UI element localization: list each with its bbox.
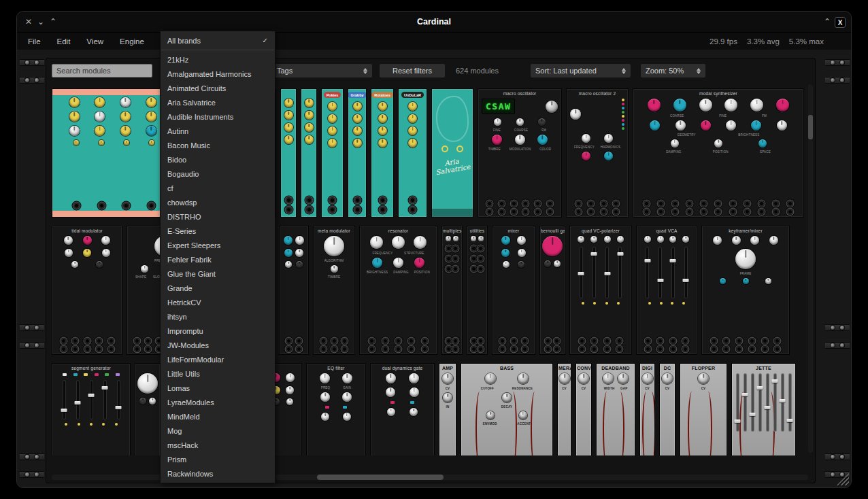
dropdown-item-lifeformmodular[interactable]: LifeFormModular bbox=[161, 352, 275, 366]
dropdown-item-cf[interactable]: cf bbox=[161, 181, 275, 195]
chip bbox=[63, 373, 67, 376]
vertical-scrollbar-thumb[interactable] bbox=[808, 115, 813, 139]
knob-row bbox=[578, 373, 590, 384]
module-digi[interactable]: DIGICV bbox=[639, 363, 655, 455]
dropdown-item-bogaudio[interactable]: Bogaudio bbox=[161, 167, 275, 181]
dropdown-item-aria-salvatrice[interactable]: Aria Salvatrice bbox=[161, 95, 275, 109]
module-macro-oscillator[interactable]: macro oscillatorCSAWFINECOARSEFMTIMBREMO… bbox=[478, 88, 562, 218]
module-bernoulli-gate[interactable]: bernoulli gate bbox=[539, 226, 565, 355]
dropdown-item-audible-instruments[interactable]: Audible Instruments bbox=[161, 109, 275, 124]
menu-item-view[interactable]: View bbox=[86, 37, 103, 46]
module-keyframer-mixer[interactable]: keyframer/mixerFRAME bbox=[701, 226, 790, 355]
knob bbox=[515, 135, 525, 145]
module-multiples[interactable]: multiples bbox=[441, 226, 463, 355]
dropdown-item-expert-sleepers[interactable]: Expert Sleepers bbox=[161, 238, 275, 252]
module-eq-filter[interactable]: EQ filterFREQGAIN bbox=[306, 363, 366, 455]
module-resonator[interactable]: resonatorFREQUENCYSTRUCTUREBRIGHTNESSDAM… bbox=[359, 226, 437, 355]
module-undular[interactable]: UnDuLaR bbox=[398, 88, 427, 218]
module-deadband[interactable]: DEADBANDWIDTHGAP bbox=[596, 363, 635, 455]
module-title: segment generator bbox=[52, 364, 130, 371]
knob bbox=[284, 99, 293, 107]
module-mera[interactable]: MERACV bbox=[557, 363, 571, 455]
knob bbox=[698, 373, 709, 384]
module-title: dual dynamics gate bbox=[371, 364, 434, 371]
zoom-select[interactable]: Zoom: 50% bbox=[641, 64, 705, 78]
module-panel-1-3[interactable] bbox=[301, 88, 317, 218]
module-dual-dynamics-gate[interactable]: dual dynamics gate bbox=[370, 363, 435, 455]
dropdown-item-chowdsp[interactable]: chowdsp bbox=[161, 195, 275, 209]
led-row bbox=[573, 302, 629, 305]
module-utilities[interactable]: utilities bbox=[467, 226, 488, 355]
dropdown-item-autinn[interactable]: Autinn bbox=[161, 124, 275, 138]
module-macro-oscillator-2[interactable]: macro oscillator 2FREQUENCYHARMONICS bbox=[566, 88, 629, 218]
module-grabby[interactable]: Grabby bbox=[348, 88, 367, 218]
module-count: 624 modules bbox=[456, 64, 499, 78]
module-quad-vc-polarizer[interactable]: quad VC-polarizer bbox=[569, 226, 632, 355]
module-dc[interactable]: DCCV bbox=[659, 363, 675, 455]
knob bbox=[486, 411, 495, 419]
tags-select[interactable]: Tags bbox=[272, 64, 372, 78]
menu-item-edit[interactable]: Edit bbox=[57, 37, 71, 46]
module-conv[interactable]: CONVCV bbox=[575, 363, 592, 455]
module-aria-salvatrice[interactable]: Aria Salvatrice bbox=[431, 88, 473, 218]
dropdown-item-all-brands[interactable]: All brands✓ bbox=[161, 33, 275, 48]
module-quad-vca[interactable]: quad VCA bbox=[636, 226, 697, 355]
module-panel-1-2[interactable] bbox=[280, 88, 297, 218]
module-jette[interactable]: JETTE bbox=[731, 363, 796, 455]
dropdown-item-prism[interactable]: Prism bbox=[161, 452, 275, 466]
knob-label: CV bbox=[665, 387, 670, 390]
dropdown-item-distrho[interactable]: DISTRHO bbox=[161, 209, 275, 224]
module-panel-3-2[interactable] bbox=[135, 363, 161, 455]
rack-rail-plate bbox=[20, 324, 44, 349]
menu-item-engine[interactable]: Engine bbox=[120, 37, 144, 46]
knob-label: FINE bbox=[719, 114, 727, 118]
horizontal-scrollbar-thumb[interactable] bbox=[317, 475, 444, 480]
module-mixer[interactable]: mixer bbox=[492, 226, 535, 355]
module-panel-2-4[interactable] bbox=[279, 226, 309, 355]
module-bass[interactable]: BASSCUTOFFRESONANCEDECAYENVMODACCENT bbox=[461, 363, 553, 455]
slider bbox=[115, 381, 122, 419]
menu-item-file[interactable]: File bbox=[28, 37, 41, 46]
dropdown-item-glue-the-giant[interactable]: Glue the Giant bbox=[161, 266, 275, 281]
module-tidal-modulator[interactable]: tidal modulator bbox=[52, 226, 122, 355]
module-pokies[interactable]: Pokies bbox=[321, 88, 344, 218]
dropdown-item-impromptu[interactable]: Impromptu bbox=[161, 324, 275, 338]
dropdown-item-mog[interactable]: Mog bbox=[161, 424, 275, 438]
dropdown-item-bacon-music[interactable]: Bacon Music bbox=[161, 138, 275, 152]
knob-row bbox=[703, 249, 788, 269]
dropdown-item-21khz[interactable]: 21kHz bbox=[161, 52, 275, 67]
dropdown-item-animated-circuits[interactable]: Animated Circuits bbox=[161, 81, 275, 95]
app-logo-x-icon[interactable]: X bbox=[835, 17, 846, 28]
dropdown-item-bidoo[interactable]: Bidoo bbox=[161, 152, 275, 167]
vine-decoration bbox=[648, 392, 655, 455]
dropdown-item-mschack[interactable]: mscHack bbox=[161, 438, 275, 452]
dropdown-item-ihtsyn[interactable]: ihtsyn bbox=[161, 309, 275, 324]
knob bbox=[517, 236, 526, 245]
jack bbox=[744, 201, 750, 207]
module-flopper[interactable]: FLOPPERCV bbox=[680, 363, 727, 455]
reset-filters-button[interactable]: Reset filters bbox=[380, 64, 445, 78]
dropdown-item-lyraemodules[interactable]: LyraeModules bbox=[161, 395, 275, 409]
pin-icon[interactable]: ⌃ bbox=[821, 12, 833, 32]
jack bbox=[601, 201, 607, 207]
module-rotatoes[interactable]: Rotatoes bbox=[371, 88, 394, 218]
jack bbox=[658, 209, 664, 215]
dropdown-item-lomas[interactable]: Lomas bbox=[161, 381, 275, 395]
jack bbox=[547, 201, 553, 207]
dropdown-item-amalgamated-harmonics[interactable]: Amalgamated Harmonics bbox=[161, 67, 275, 81]
sort-select[interactable]: Sort: Last updated bbox=[531, 64, 631, 78]
dropdown-item-mindmeld[interactable]: MindMeld bbox=[161, 409, 275, 424]
search-input[interactable] bbox=[52, 64, 152, 78]
dropdown-item-e-series[interactable]: E-Series bbox=[161, 224, 275, 238]
dropdown-item-rackwindows[interactable]: Rackwindows bbox=[161, 466, 275, 481]
module-amp[interactable]: AMPCVIN bbox=[439, 363, 456, 455]
dropdown-item-jw-modules[interactable]: JW-Modules bbox=[161, 338, 275, 352]
vertical-scrollbar[interactable] bbox=[808, 84, 813, 453]
module-modal-synthesizer[interactable]: modal synthesizerCOARSEFINEFMGEOMETRYBRI… bbox=[633, 88, 804, 218]
module-meta-modulator[interactable]: meta modulatorALGORITHMTIMBRE bbox=[313, 226, 355, 355]
dropdown-item-hetrickcv[interactable]: HetrickCV bbox=[161, 295, 275, 309]
dropdown-item-grande[interactable]: Grande bbox=[161, 281, 275, 295]
module-segment-generator[interactable]: segment generator bbox=[52, 363, 131, 455]
dropdown-item-fehler-fabrik[interactable]: Fehler Fabrik bbox=[161, 252, 275, 266]
dropdown-item-little-utils[interactable]: Little Utils bbox=[161, 366, 275, 381]
